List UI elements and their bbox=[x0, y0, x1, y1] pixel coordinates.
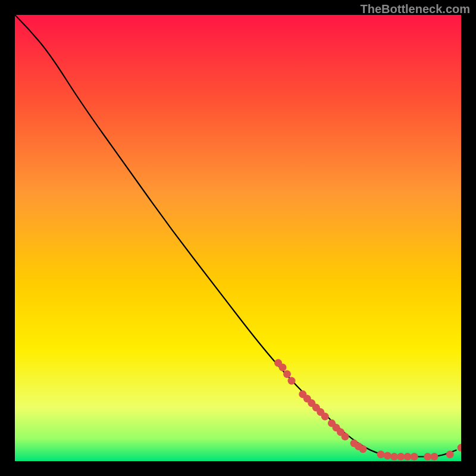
data-marker bbox=[397, 453, 405, 461]
data-marker bbox=[283, 370, 291, 378]
data-marker bbox=[279, 364, 287, 371]
plot-area bbox=[15, 15, 461, 461]
data-marker bbox=[411, 453, 418, 461]
data-marker bbox=[377, 450, 385, 458]
data-marker bbox=[424, 453, 431, 461]
gradient-background bbox=[15, 15, 461, 461]
data-marker bbox=[384, 452, 392, 460]
data-marker bbox=[288, 377, 296, 385]
chart-container: TheBottleneck.com bbox=[0, 0, 476, 476]
data-marker bbox=[390, 453, 398, 461]
data-marker bbox=[359, 445, 367, 453]
chart-svg bbox=[15, 15, 461, 461]
watermark-text: TheBottleneck.com bbox=[361, 2, 470, 16]
data-marker bbox=[321, 413, 329, 421]
data-marker bbox=[431, 453, 439, 461]
data-marker bbox=[446, 450, 454, 458]
data-marker bbox=[342, 433, 349, 440]
data-marker bbox=[404, 453, 412, 461]
